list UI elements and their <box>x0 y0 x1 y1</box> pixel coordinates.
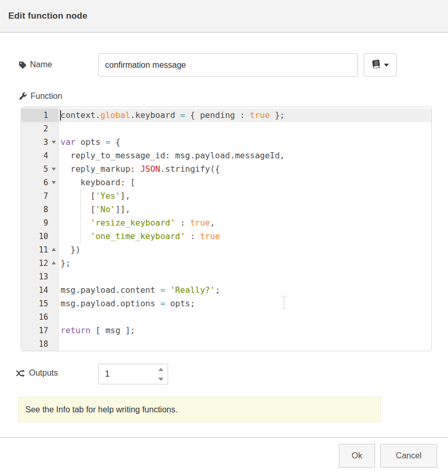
code-line[interactable]: 5 reply_markup: JSON.stringify({ <box>21 162 431 176</box>
code-line[interactable]: 11 }) <box>21 243 431 257</box>
code-line[interactable]: 17return [ msg ]; <box>21 324 431 337</box>
outputs-label-text: Outputs <box>29 368 58 378</box>
book-icon <box>371 60 380 70</box>
code-text <box>58 270 431 284</box>
code-line[interactable]: 10 'one_time_keyboard' : true <box>21 230 431 243</box>
gutter-line-number: 17 <box>21 324 58 337</box>
wrench-icon <box>19 92 27 100</box>
gutter-line-number: 15 <box>21 297 58 310</box>
gutter-line-number: 3 <box>21 136 58 149</box>
spinner-buttons <box>154 364 168 384</box>
name-label-text: Name <box>30 60 52 69</box>
gutter-line-number: 13 <box>21 270 58 284</box>
code-text: reply_markup: JSON.stringify({ <box>58 162 431 176</box>
code-text: msg.payload.options = opts; <box>58 297 431 310</box>
code-text <box>58 310 431 324</box>
fold-widget[interactable] <box>52 141 56 144</box>
outputs-spinner: 1 <box>98 364 168 384</box>
function-label: Function <box>19 92 62 101</box>
code-text: reply_to_message_id: msg.payload.message… <box>58 149 431 162</box>
code-line[interactable]: 7 ['Yes'], <box>21 189 431 203</box>
edit-function-node-dialog: Edit function node Name Function 1contex… <box>0 0 448 476</box>
spinner-up-button[interactable] <box>154 364 168 374</box>
outputs-value[interactable]: 1 <box>99 364 154 384</box>
triangle-up-icon <box>158 368 163 371</box>
code-text: msg.payload.content = 'Really?'; <box>58 284 431 297</box>
gutter-line-number: 8 <box>21 203 58 216</box>
code-line[interactable]: 12}; <box>21 257 431 270</box>
code-text: context.global.keyboard = { pending : tr… <box>58 109 431 122</box>
code-line[interactable]: 1context.global.keyboard = { pending : t… <box>21 109 431 122</box>
code-line[interactable]: 4 reply_to_message_id: msg.payload.messa… <box>21 149 431 162</box>
function-label-text: Function <box>31 92 62 101</box>
code-text <box>58 122 431 136</box>
library-button[interactable] <box>364 53 397 77</box>
gutter-line-number: 9 <box>21 216 58 230</box>
gutter-line-number: 12 <box>21 257 58 270</box>
code-line[interactable]: 14msg.payload.content = 'Really?'; <box>21 284 431 297</box>
code-line[interactable]: 9 'resize_keyboard' : true, <box>21 216 431 230</box>
dialog-title: Edit function node <box>8 11 87 21</box>
code-text: 'resize_keyboard' : true, <box>58 216 431 230</box>
shuffle-icon <box>16 369 25 377</box>
gutter-line-number: 7 <box>21 189 58 203</box>
code-text: }) <box>58 243 431 257</box>
caret-down-icon <box>384 64 389 67</box>
code-text: }; <box>58 257 431 270</box>
code-line[interactable]: 16 <box>21 310 431 324</box>
gutter-line-number: 10 <box>21 230 58 243</box>
code-line[interactable]: 2 <box>21 122 431 136</box>
gutter-line-number: 16 <box>21 310 58 324</box>
code-line[interactable]: 6 keyboard: [ <box>21 176 431 189</box>
spinner-down-button[interactable] <box>154 374 168 384</box>
code-text: ['Yes'], <box>58 189 431 203</box>
gutter-line-number: 1 <box>21 109 58 122</box>
gutter-line-number: 18 <box>21 337 58 351</box>
code-editor[interactable]: 1context.global.keyboard = { pending : t… <box>21 107 432 351</box>
code-text: 'one_time_keyboard' : true <box>58 230 431 243</box>
info-tip: See the Info tab for help writing functi… <box>18 397 381 422</box>
info-tip-text: See the Info tab for help writing functi… <box>25 405 177 414</box>
outputs-label: Outputs <box>16 368 58 378</box>
tag-icon <box>19 61 26 69</box>
code-line[interactable]: 15msg.payload.options = opts; <box>21 297 431 310</box>
code-line[interactable]: 13 <box>21 270 431 284</box>
gutter-line-number: 2 <box>21 122 58 136</box>
name-input[interactable] <box>98 53 358 77</box>
cancel-button[interactable]: Cancel <box>380 444 437 468</box>
code-text: keyboard: [ <box>58 176 431 189</box>
dialog-header: Edit function node <box>0 0 448 33</box>
code-line[interactable]: 8 ['No']], <box>21 203 431 216</box>
name-label: Name <box>19 60 52 69</box>
gutter-line-number: 4 <box>21 149 58 162</box>
fold-widget[interactable] <box>52 261 56 264</box>
code-line[interactable]: 18 <box>21 337 431 351</box>
fold-widget[interactable] <box>52 248 56 251</box>
fold-widget[interactable] <box>52 168 56 171</box>
code-text: return [ msg ]; <box>58 324 431 337</box>
code-line[interactable]: 3var opts = { <box>21 136 431 149</box>
gutter-line-number: 14 <box>21 284 58 297</box>
text-caret <box>60 110 61 121</box>
ok-button[interactable]: Ok <box>339 444 375 468</box>
code-text <box>58 337 431 351</box>
gutter-line-number: 6 <box>21 176 58 189</box>
code-text: ['No']], <box>58 203 431 216</box>
fold-widget[interactable] <box>52 181 56 184</box>
triangle-down-icon <box>158 378 163 381</box>
gutter-line-number: 11 <box>21 243 58 257</box>
code-text: var opts = { <box>58 136 431 149</box>
gutter-line-number: 5 <box>21 162 58 176</box>
footer-divider <box>0 437 448 438</box>
